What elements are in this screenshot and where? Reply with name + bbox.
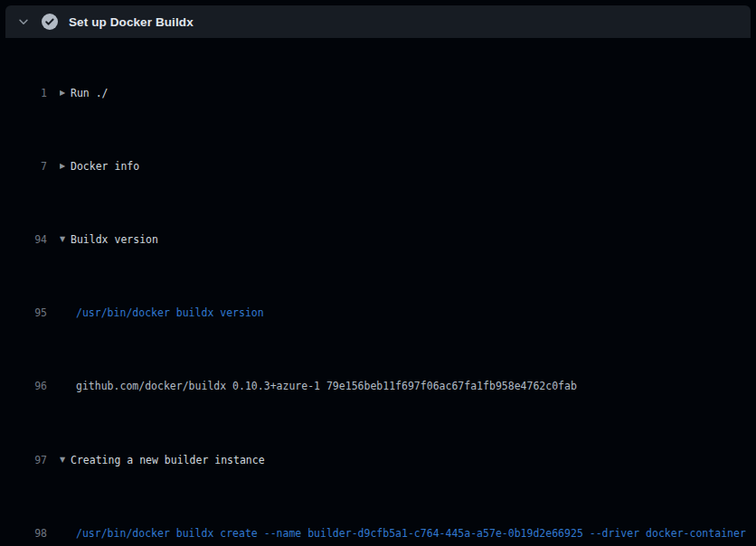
step-header[interactable]: Set up Docker Buildx [5,5,751,38]
line-number[interactable]: 7 [0,157,47,175]
log-line[interactable]: 94 ▼ Buildx version [0,231,756,249]
chevron-right-icon[interactable]: ▶ [60,84,71,102]
log-text: github.com/docker/buildx 0.10.3+azure-1 … [76,377,577,395]
log-text: /usr/bin/docker buildx create --name bui… [76,524,746,542]
line-number[interactable]: 96 [0,377,47,395]
chevron-down-icon[interactable]: ▼ [60,451,71,469]
line-number[interactable]: 98 [0,524,47,542]
chevron-down-icon[interactable] [16,14,31,29]
check-circle-icon [42,14,58,30]
log-line: 98 /usr/bin/docker buildx create --name … [0,524,756,542]
log-line: 96 github.com/docker/buildx 0.10.3+azure… [0,377,756,395]
log-line[interactable]: 7 ▶ Docker info [0,157,756,175]
line-number[interactable]: 1 [0,84,47,102]
log-line: 95 /usr/bin/docker buildx version [0,304,756,322]
log-output: 1 ▶ Run ./ 7 ▶ Docker info 94 ▼ Buildx v… [0,38,756,546]
log-text: Creating a new builder instance [71,451,265,469]
line-number[interactable]: 95 [0,304,47,322]
line-number[interactable]: 94 [0,231,47,249]
log-text: Run ./ [71,84,109,102]
log-line[interactable]: 1 ▶ Run ./ [0,84,756,102]
log-text: Docker info [71,157,139,175]
chevron-down-icon[interactable]: ▼ [60,231,71,249]
log-text: Buildx version [71,231,158,249]
line-number[interactable]: 97 [0,451,47,469]
log-text: /usr/bin/docker buildx version [76,304,264,322]
chevron-right-icon[interactable]: ▶ [60,157,71,175]
log-line[interactable]: 97 ▼ Creating a new builder instance [0,451,756,469]
step-title: Set up Docker Buildx [69,15,194,29]
